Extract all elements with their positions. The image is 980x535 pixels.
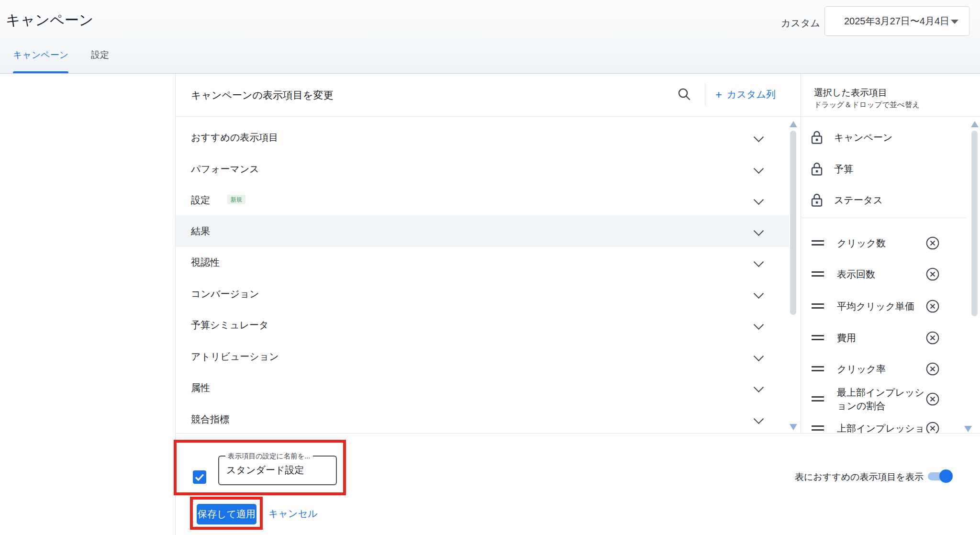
category-label: 視認性 — [191, 246, 220, 278]
chevron-down-icon — [754, 382, 764, 392]
category-label: 属性 — [191, 372, 210, 403]
category-row-attributes[interactable]: 属性 — [176, 372, 789, 403]
selected-item-label: 平均クリック単価 — [837, 296, 925, 317]
scroll-up-arrow[interactable] — [971, 121, 979, 127]
cancel-button[interactable]: キャンセル — [268, 507, 317, 520]
column-set-name-input[interactable]: 表示項目の設定に名前を... スタンダード設定 — [218, 456, 337, 485]
page-title: キャンペーン — [6, 11, 94, 30]
selected-item-label: クリック数 — [837, 233, 925, 254]
chevron-down-icon — [951, 20, 958, 24]
locked-item-label: 予算 — [834, 158, 853, 179]
drag-handle-icon[interactable] — [812, 425, 824, 433]
chevron-down-icon — [754, 195, 764, 205]
chevron-down-icon — [754, 164, 764, 174]
scrollbar-thumb[interactable] — [790, 131, 796, 315]
selected-item-label: 表示回数 — [837, 264, 925, 285]
scroll-down-arrow[interactable] — [964, 426, 972, 432]
add-custom-column-label: カスタム列 — [727, 89, 776, 100]
search-icon[interactable] — [677, 87, 692, 102]
google-ads-columns-page: キャンペーン キャンペーン 設定 カスタム 2025年3月27日〜4月4日 キャ… — [0, 0, 980, 535]
drag-handle-icon[interactable] — [812, 335, 824, 343]
category-row-attribution[interactable]: アトリビューション — [176, 341, 789, 372]
toggle-knob — [939, 469, 953, 483]
locked-item-label: キャンペーン — [834, 127, 892, 148]
category-row-viewability[interactable]: 視認性 — [176, 246, 789, 278]
category-label: 設定 — [191, 184, 210, 216]
scroll-down-arrow[interactable] — [790, 424, 797, 430]
category-row-performance[interactable]: パフォーマンス — [176, 153, 789, 185]
dialog-title: キャンペーンの表示項目を変更 — [191, 89, 333, 102]
chevron-down-icon — [754, 289, 764, 299]
selected-item-row: 費用 — [801, 327, 980, 348]
selected-item-row: 平均クリック単価 — [801, 296, 980, 317]
remove-icon[interactable] — [926, 300, 939, 313]
locked-item-row: キャンペーン — [801, 127, 980, 148]
tab-campaigns[interactable]: キャンペーン — [13, 49, 68, 61]
category-row-settings[interactable]: 設定 新規 — [176, 184, 789, 216]
chevron-down-icon — [754, 320, 764, 330]
lock-icon — [811, 130, 823, 146]
dialog-header-border — [176, 116, 980, 117]
remove-icon[interactable] — [926, 362, 939, 376]
remove-icon[interactable] — [926, 268, 939, 281]
drag-handle-icon[interactable] — [812, 271, 824, 279]
drag-handle-icon[interactable] — [812, 366, 824, 374]
date-range-value: 2025年3月27日〜4月4日 — [844, 7, 949, 35]
selected-item-row: クリック率 — [801, 358, 980, 379]
recommended-columns-toggle-label: 表におすすめの表示項目を表示 — [794, 471, 924, 483]
category-label: 競合指標 — [191, 403, 229, 435]
save-and-apply-button[interactable]: 保存して適用 — [197, 504, 256, 524]
section-divider — [801, 218, 967, 218]
selected-item-row: 上部インプレッショ — [801, 418, 980, 433]
selected-item-label: 費用 — [837, 327, 925, 348]
locked-item-row: ステータス — [801, 189, 980, 211]
save-column-set-checkbox[interactable] — [193, 470, 206, 484]
new-badge: 新規 — [227, 195, 245, 204]
drag-handle-icon[interactable] — [812, 303, 824, 311]
modify-columns-dialog: キャンペーンの表示項目を変更 +カスタム列 おすすめの表示項目 パフォーマンス … — [175, 74, 980, 535]
category-row-recommended[interactable]: おすすめの表示項目 — [176, 122, 789, 153]
lock-icon — [811, 162, 823, 178]
scrollbar-thumb[interactable] — [971, 131, 978, 316]
category-row-results[interactable]: 結果 — [176, 215, 789, 247]
category-row-competitive-metrics[interactable]: 競合指標 — [176, 403, 789, 435]
locked-item-row: 予算 — [801, 158, 980, 179]
category-label: 結果 — [191, 215, 210, 247]
selected-item-label: 上部インプレッショ — [837, 418, 925, 433]
column-set-name-value: スタンダード設定 — [226, 457, 304, 483]
selected-item-label: クリック率 — [837, 358, 925, 379]
chevron-down-icon — [754, 132, 764, 142]
recommended-columns-toggle[interactable] — [928, 472, 950, 480]
category-label: アトリビューション — [191, 341, 279, 372]
page-header: キャンペーン キャンペーン 設定 カスタム 2025年3月27日〜4月4日 — [0, 0, 980, 74]
category-row-conversions[interactable]: コンバージョン — [176, 278, 789, 310]
selected-columns-subtitle: ドラッグ＆ドロップで並べ替え — [814, 100, 920, 110]
category-label: おすすめの表示項目 — [191, 122, 278, 153]
remove-icon[interactable] — [926, 236, 939, 250]
tab-settings[interactable]: 設定 — [91, 49, 109, 61]
category-label: 予算シミュレータ — [191, 309, 268, 341]
chevron-down-icon — [754, 351, 764, 361]
chevron-down-icon — [754, 257, 764, 267]
chevron-down-icon — [754, 414, 764, 424]
header-divider — [705, 83, 705, 105]
selected-columns-title: 選択した表示項目 — [814, 87, 887, 99]
selected-item-row: クリック数 — [801, 233, 980, 254]
remove-icon[interactable] — [926, 392, 939, 406]
plus-icon: + — [715, 88, 722, 101]
remove-icon[interactable] — [926, 331, 939, 345]
selected-item-row: 表示回数 — [801, 264, 980, 285]
date-range-selector[interactable]: 2025年3月27日〜4月4日 — [824, 6, 969, 36]
remove-icon[interactable] — [926, 422, 939, 433]
drag-handle-icon[interactable] — [812, 240, 824, 248]
drag-handle-icon[interactable] — [812, 396, 824, 404]
selected-item-label: 最上部インプレッションの割合 — [837, 386, 925, 412]
list-bottom-border — [176, 433, 980, 434]
active-tab-underline — [13, 71, 68, 73]
chevron-down-icon — [754, 226, 764, 236]
category-row-budget-simulator[interactable]: 予算シミュレータ — [176, 309, 789, 341]
category-label: コンバージョン — [191, 278, 259, 310]
add-custom-column-button[interactable]: +カスタム列 — [715, 88, 776, 101]
scroll-up-arrow[interactable] — [790, 121, 797, 127]
selected-item-row: 最上部インプレッションの割合 — [801, 383, 980, 415]
